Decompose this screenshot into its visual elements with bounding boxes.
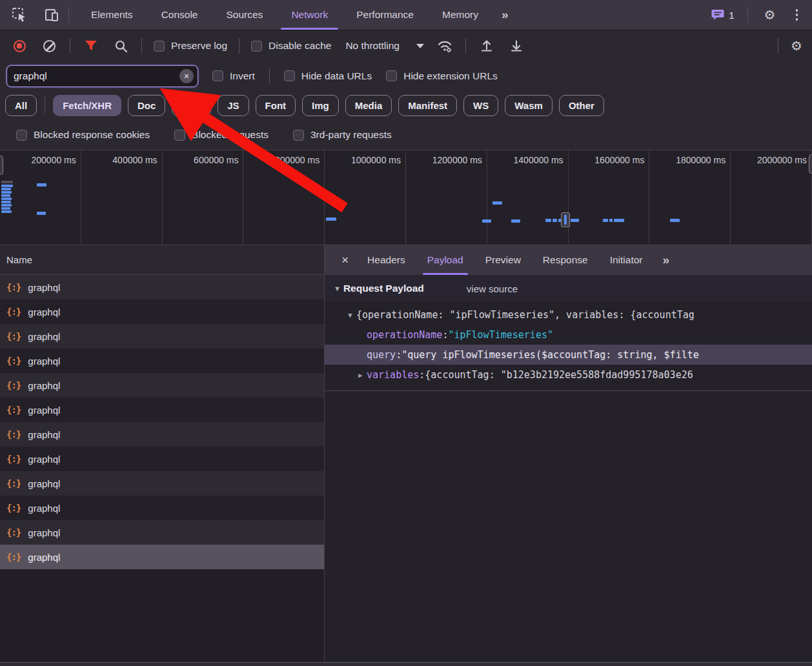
filter-text-input[interactable]: graphql ×: [6, 65, 198, 87]
device-toolbar-icon[interactable]: [43, 6, 61, 24]
chip-ws[interactable]: WS: [463, 95, 498, 116]
table-row[interactable]: {:}graphql: [0, 398, 324, 422]
chip-manifest[interactable]: Manifest: [398, 95, 457, 116]
network-filter-row: graphql × Invert Hide data URLs Hide ext…: [0, 61, 812, 90]
table-row[interactable]: {:}graphql: [0, 447, 324, 471]
waterfall-bar: [609, 219, 613, 222]
3rd-party-requests-checkbox[interactable]: [293, 130, 304, 141]
clear-filter-icon[interactable]: ×: [179, 69, 194, 83]
payload-line[interactable]: query: "query ipFlowTimeseries($accountT…: [325, 345, 812, 365]
chip-wasm[interactable]: Wasm: [505, 95, 553, 116]
table-row[interactable]: {:}graphql: [0, 471, 324, 496]
table-row[interactable]: {:}graphql: [0, 324, 324, 348]
waterfall-bar: [1, 181, 13, 183]
timeline-tick-label: 600000 ms: [194, 155, 238, 165]
table-row[interactable]: {:}graphql: [0, 496, 324, 520]
name-column-label: Name: [6, 254, 32, 265]
disable-cache-group: Disable cache: [251, 40, 331, 52]
blocked-response-cookies-checkbox[interactable]: [16, 130, 27, 141]
chip-doc[interactable]: Doc: [128, 95, 165, 116]
clear-network-log-icon[interactable]: [40, 37, 58, 55]
request-name: graphql: [28, 307, 60, 318]
chip-css[interactable]: CSS: [172, 95, 211, 116]
waterfall-bar: [1, 201, 11, 203]
request-name: graphql: [28, 527, 60, 538]
detail-tab-initiator[interactable]: Initiator: [599, 245, 654, 275]
issues-counter[interactable]: 1: [711, 9, 734, 21]
tab-network[interactable]: Network: [277, 0, 342, 30]
search-icon[interactable]: [112, 37, 130, 55]
toggle-label: Blocked response cookies: [34, 129, 150, 141]
disable-cache-label: Disable cache: [269, 40, 331, 52]
network-settings-gear-icon[interactable]: ⚙: [787, 37, 806, 55]
table-row[interactable]: {:}graphql: [0, 422, 324, 447]
waterfall-bar: [1, 188, 11, 190]
chip-all[interactable]: All: [5, 95, 37, 116]
chip-media[interactable]: Media: [345, 95, 392, 116]
hide-extension-urls-checkbox[interactable]: [386, 70, 397, 81]
table-row[interactable]: {:}graphql: [0, 545, 324, 569]
timeline-right-grip[interactable]: [809, 154, 812, 174]
expand-triangle-icon[interactable]: ▼: [344, 311, 356, 319]
invert-checkbox[interactable]: [212, 70, 223, 81]
blocked-requests-checkbox[interactable]: [174, 130, 185, 141]
timeline-left-grip[interactable]: [0, 156, 3, 175]
timeline-tick-label: 1200000 ms: [432, 155, 482, 165]
payload-line[interactable]: ▶variables: {accountTag: "b12e3b2192ee55…: [325, 365, 812, 385]
record-network-log-button[interactable]: [10, 37, 28, 55]
detail-tab-headers[interactable]: Headers: [356, 245, 416, 275]
waterfall-bar: [1, 204, 12, 207]
chip-js[interactable]: JS: [218, 95, 249, 116]
waterfall-bar: [1, 210, 12, 213]
network-overview-timeline[interactable]: 200000 ms400000 ms600000 ms800000 ms1000…: [0, 150, 812, 245]
timeline-tick-label: 1600000 ms: [594, 155, 644, 165]
tab-console[interactable]: Console: [147, 0, 212, 30]
fetch-xhr-icon: {:}: [6, 478, 21, 489]
throttling-select[interactable]: No throttling: [345, 40, 424, 52]
chip-fetch-xhr[interactable]: Fetch/XHR: [53, 95, 121, 116]
import-har-icon[interactable]: [478, 37, 496, 55]
chip-font[interactable]: Font: [256, 95, 296, 116]
preserve-log-checkbox[interactable]: [154, 41, 165, 52]
tab-elements[interactable]: Elements: [77, 0, 147, 30]
detail-more-tabs-chevron-icon[interactable]: »: [654, 245, 678, 275]
settings-gear-icon[interactable]: ⚙: [761, 6, 779, 24]
hide-data-urls-checkbox[interactable]: [284, 70, 295, 81]
chip-img[interactable]: Img: [302, 95, 339, 116]
tab-memory[interactable]: Memory: [428, 0, 492, 30]
detail-tab-response[interactable]: Response: [532, 245, 599, 275]
table-row[interactable]: {:}graphql: [0, 299, 324, 324]
window-bottom-edge: [0, 662, 812, 666]
export-har-icon[interactable]: [507, 37, 525, 55]
kebab-menu-icon[interactable]: [792, 6, 802, 23]
table-row[interactable]: {:}graphql: [0, 373, 324, 398]
table-row[interactable]: {:}graphql: [0, 275, 324, 299]
waterfall-bar: [37, 183, 46, 187]
request-payload-section-header[interactable]: ▼ Request Payload view source: [325, 275, 812, 302]
payload-line[interactable]: operationName: "ipFlowTimeseries": [325, 325, 812, 345]
requests-panel: Name {:}graphql{:}graphql{:}graphql{:}gr…: [0, 245, 325, 662]
table-row[interactable]: {:}graphql: [0, 520, 324, 545]
filter-funnel-icon[interactable]: [82, 37, 100, 55]
waterfall-bar: [1, 194, 10, 197]
close-detail-icon[interactable]: ×: [334, 245, 356, 275]
name-column-header[interactable]: Name: [0, 245, 324, 275]
hide-extension-urls-label: Hide extension URLs: [403, 70, 498, 82]
more-tabs-chevron-icon[interactable]: »: [492, 0, 516, 30]
view-source-link[interactable]: view source: [467, 283, 518, 294]
network-conditions-icon[interactable]: [436, 37, 454, 55]
inspect-element-icon[interactable]: [10, 6, 28, 24]
chip-other[interactable]: Other: [559, 95, 604, 116]
tab-sources[interactable]: Sources: [212, 0, 278, 30]
table-row[interactable]: {:}graphql: [0, 348, 324, 373]
timeline-column: 800000 ms: [243, 150, 325, 245]
payload-line[interactable]: ▼{operationName: "ipFlowTimeseries", var…: [325, 305, 812, 325]
fetch-xhr-icon: {:}: [6, 429, 21, 439]
detail-tab-payload[interactable]: Payload: [416, 245, 474, 275]
detail-tab-preview[interactable]: Preview: [474, 245, 532, 275]
timeline-column: 1800000 ms: [649, 150, 731, 245]
fetch-xhr-icon: {:}: [6, 454, 21, 464]
tab-performance[interactable]: Performance: [342, 0, 428, 30]
expand-triangle-icon[interactable]: ▶: [354, 371, 367, 379]
disable-cache-checkbox[interactable]: [251, 41, 262, 52]
